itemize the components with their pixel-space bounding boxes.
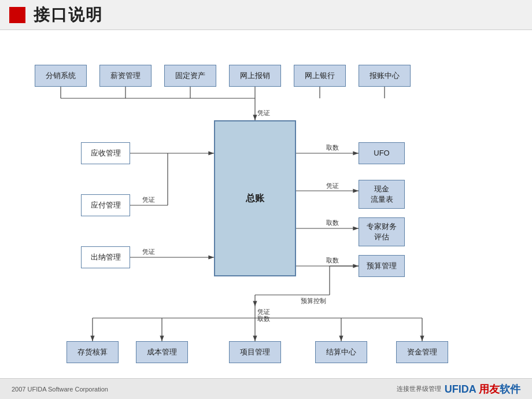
box-zjgl: 资金管理 (396, 341, 448, 363)
header-icon (9, 7, 25, 23)
label-voucher-left2: 凭证 (142, 247, 155, 256)
box-xzgl: 薪资管理 (99, 65, 152, 87)
page-title: 接口说明 (34, 4, 103, 26)
label-voucher-left: 凭证 (142, 195, 155, 204)
box-ufo: UFO (359, 142, 405, 164)
box-cbgl: 成本管理 (136, 341, 188, 363)
box-wsyh: 网上银行 (294, 65, 346, 87)
box-zz: 总账 (214, 120, 296, 276)
footer-tagline: 连接世界级管理 (397, 385, 441, 393)
label-voucher-r2: 凭证 (326, 182, 339, 190)
box-wsbx: 网上报销 (229, 65, 281, 87)
label-ququ-r4: 取数 (326, 256, 339, 265)
box-jszx: 结算中心 (315, 341, 367, 363)
box-fxxt: 分销系统 (35, 65, 87, 87)
box-gdzy: 固定资产 (164, 65, 216, 87)
box-cngl: 出纳管理 (81, 246, 130, 268)
box-xmgl: 项目管理 (229, 341, 281, 363)
box-ysgl: 应收管理 (81, 142, 130, 164)
box-bzx: 报账中心 (359, 65, 411, 87)
footer-brand-area: 连接世界级管理 UFIDA 用友软件 (397, 382, 520, 396)
label-ququ-top: 取数 (326, 143, 339, 152)
diagram: 分销系统 薪资管理 固定资产 网上报销 网上银行 报账中心 应收管理 应付管理 … (17, 40, 515, 382)
label-ququ-bottom: 取数 (257, 315, 270, 323)
label-voucher-top: 凭证 (257, 109, 270, 117)
footer-copyright: 2007 UFIDA Software Corporation (12, 386, 108, 393)
header: 接口说明 (0, 0, 532, 30)
label-budget: 预算控制 (301, 297, 326, 305)
footer-brand-name: UFIDA 用友软件 (445, 382, 520, 396)
box-ysgl2: 预算管理 (359, 255, 405, 277)
label-ququ-r3: 取数 (326, 219, 339, 227)
box-chwhs: 存货核算 (66, 341, 119, 363)
main-content: 分销系统 薪资管理 固定资产 网上报销 网上银行 报账中心 应收管理 应付管理 … (0, 30, 532, 387)
box-zjcw: 专家财务 评估 (359, 217, 405, 246)
footer: 2007 UFIDA Software Corporation 连接世界级管理 … (0, 378, 532, 399)
box-yfgl: 应付管理 (81, 194, 130, 216)
box-xjll: 现金 流量表 (359, 180, 405, 209)
